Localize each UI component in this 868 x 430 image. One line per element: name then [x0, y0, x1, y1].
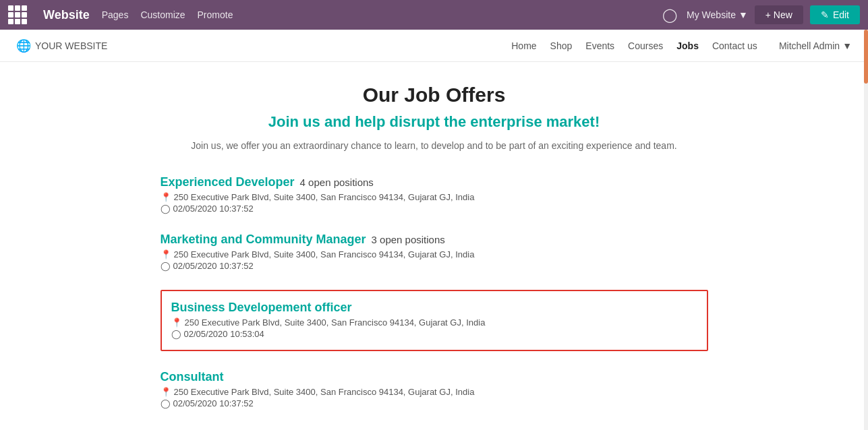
job-title-link[interactable]: Consultant: [161, 370, 224, 384]
mobile-icon: ◯: [662, 7, 677, 23]
clock-icon: ◯: [161, 398, 171, 408]
top-bar: Website Pages Customize Promote ◯ My Web…: [0, 0, 868, 30]
job-listing-2[interactable]: Business Developement officer📍 250 Execu…: [161, 290, 708, 351]
clock-icon: ◯: [161, 261, 171, 271]
scrollbar[interactable]: [864, 30, 868, 427]
scrollbar-thumb[interactable]: [864, 30, 868, 84]
site-logo: 🌐 YOUR WEBSITE: [16, 38, 511, 53]
site-nav-jobs[interactable]: Jobs: [676, 40, 699, 51]
site-nav-contact[interactable]: Contact us: [712, 40, 757, 51]
site-nav-links: Home Shop Events Courses Jobs Contact us…: [511, 40, 852, 51]
job-date: ◯ 02/05/2020 10:53:04: [171, 329, 697, 339]
site-nav-events[interactable]: Events: [585, 40, 614, 51]
job-title-row: Experienced Developer4 open positions: [161, 175, 708, 189]
location-icon: 📍: [161, 387, 171, 397]
user-menu-button[interactable]: Mitchell Admin ▼: [779, 40, 852, 51]
job-title-link[interactable]: Business Developement officer: [171, 301, 352, 315]
job-positions: 4 open positions: [300, 177, 374, 188]
job-address: 📍 250 Executive Park Blvd, Suite 3400, S…: [171, 317, 697, 328]
site-nav: 🌐 YOUR WEBSITE Home Shop Events Courses …: [0, 30, 868, 62]
chevron-down-icon: ▼: [842, 40, 852, 51]
job-listing-0[interactable]: Experienced Developer4 open positions📍 2…: [161, 175, 708, 214]
job-listing-1[interactable]: Marketing and Community Manager3 open po…: [161, 233, 708, 271]
nav-customize[interactable]: Customize: [140, 9, 185, 20]
apps-grid-icon[interactable]: [8, 5, 27, 24]
main-content: Our Job Offers Join us and help disrupt …: [144, 62, 724, 408]
clock-icon: ◯: [161, 204, 171, 214]
page-subtitle: Join us and help disrupt the enterprise …: [161, 113, 708, 131]
job-title-link[interactable]: Marketing and Community Manager: [161, 233, 366, 247]
job-title-row: Business Developement officer: [171, 301, 697, 315]
job-listing-3[interactable]: Consultant📍 250 Executive Park Blvd, Sui…: [161, 370, 708, 408]
job-date: ◯ 02/05/2020 10:37:52: [161, 261, 708, 271]
pencil-icon: ✎: [821, 9, 829, 20]
location-icon: 📍: [161, 192, 171, 202]
site-nav-home[interactable]: Home: [511, 40, 536, 51]
chevron-down-icon: ▼: [739, 9, 748, 20]
nav-pages[interactable]: Pages: [102, 9, 129, 20]
globe-icon: 🌐: [16, 38, 31, 53]
site-nav-courses[interactable]: Courses: [628, 40, 663, 51]
top-bar-left: Website Pages Customize Promote: [8, 5, 662, 24]
job-title-link[interactable]: Experienced Developer: [161, 175, 295, 189]
new-button[interactable]: + New: [755, 5, 803, 24]
site-logo-text: YOUR WEBSITE: [35, 40, 107, 51]
top-bar-right: ◯ My Website ▼ + New ✎ Edit: [662, 5, 860, 24]
top-bar-nav: Pages Customize Promote: [102, 9, 233, 20]
job-address: 📍 250 Executive Park Blvd, Suite 3400, S…: [161, 192, 708, 202]
nav-promote[interactable]: Promote: [198, 9, 233, 20]
app-title: Website: [43, 8, 90, 22]
job-title-row: Consultant: [161, 370, 708, 384]
job-date: ◯ 02/05/2020 10:37:52: [161, 398, 708, 408]
clock-icon: ◯: [171, 329, 181, 339]
edit-button[interactable]: ✎ Edit: [810, 5, 860, 24]
job-listings: Experienced Developer4 open positions📍 2…: [161, 175, 708, 408]
page-title: Our Job Offers: [161, 84, 708, 106]
my-website-button[interactable]: My Website ▼: [687, 9, 748, 20]
location-icon: 📍: [161, 249, 171, 259]
site-nav-shop[interactable]: Shop: [550, 40, 573, 51]
page-description: Join us, we offer you an extraordinary c…: [161, 140, 708, 151]
job-title-row: Marketing and Community Manager3 open po…: [161, 233, 708, 247]
job-address: 📍 250 Executive Park Blvd, Suite 3400, S…: [161, 387, 708, 397]
location-icon: 📍: [171, 317, 182, 328]
job-positions: 3 open positions: [372, 234, 445, 245]
job-date: ◯ 02/05/2020 10:37:52: [161, 204, 708, 214]
job-address: 📍 250 Executive Park Blvd, Suite 3400, S…: [161, 249, 708, 259]
